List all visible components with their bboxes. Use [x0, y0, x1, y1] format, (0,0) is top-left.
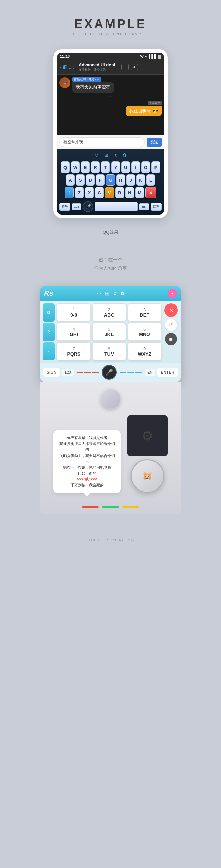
phone-keyboard: ☺ ⊞ ♬ ✿ Q W E R T Y U I O P [57, 149, 164, 215]
machine-bottom-lines [82, 506, 139, 508]
key-h[interactable]: H [116, 174, 125, 186]
kb-line-4 [119, 372, 126, 373]
key-x[interactable]: X [85, 187, 94, 198]
chat-input-area: 有空常来玩 发送 [57, 135, 164, 149]
numpad-key-6[interactable]: 6 MNO [127, 323, 161, 341]
key-r[interactable]: R [91, 161, 100, 173]
key-mic[interactable]: 🎤 [83, 201, 94, 212]
big-kb-delete-button[interactable]: ✕ [164, 304, 178, 317]
key-k[interactable]: K [136, 174, 145, 186]
key-n[interactable]: N [125, 187, 134, 198]
key-delete[interactable]: ✕ [145, 187, 156, 198]
key-b[interactable]: B [115, 187, 124, 198]
chat-messages: 🐻 管理员 深圳-马尾-1.0c 我宿舍以前更漂亮 11:11 齐洛诺夫 我住搜… [57, 75, 164, 135]
big-kb-mic-button[interactable]: 🎤 [102, 365, 116, 380]
big-kb-en-button[interactable]: EN [145, 369, 155, 376]
key-y[interactable]: Y [111, 161, 120, 173]
chat-person-icon[interactable]: ♟ [131, 64, 138, 70]
key-m[interactable]: M [135, 187, 144, 198]
key-123[interactable]: 123 [72, 203, 81, 210]
message-text: 我住搜狗号 [129, 108, 151, 114]
numpad-key-7[interactable]: 7 PQRS [57, 342, 91, 360]
key-d[interactable]: D [86, 174, 95, 186]
bubble-left-wrap: 管理员 深圳-马尾-1.0c 我宿舍以前更漂亮 [72, 78, 114, 93]
big-kb-left-btn-q[interactable]: ? [43, 323, 55, 341]
phone-mockup: 11:13 WiFi ▌▌▌ ▓ ‹ 群助手 Advanced UI desi.… [53, 50, 168, 218]
back-button[interactable]: ‹ 群助手 [60, 64, 76, 70]
key-f[interactable]: F [96, 174, 105, 186]
speech-line-4: 需按一下按键，就能用电电我 [59, 465, 115, 471]
key-p[interactable]: P [151, 161, 160, 173]
numpad-key-8[interactable]: 8 TUV [93, 342, 126, 360]
wifi-icon: WiFi [140, 54, 148, 58]
big-keyboard-bottom: SIGN 123 🎤 EN ENTER [40, 363, 181, 382]
page-title: EXAMPLE [73, 17, 148, 31]
keyboard-rows: Q W E R T Y U I O P A S D F G H [59, 161, 162, 213]
footer-text: THX FOR READING [86, 538, 135, 542]
numpad-key-5[interactable]: 5 JKL [93, 323, 126, 341]
key-z[interactable]: Z [75, 187, 84, 198]
key-shift[interactable]: ⇧ [65, 187, 74, 198]
big-kb-emoji-icon[interactable]: ☺ [97, 290, 102, 297]
big-keyboard-toolbar: Rs ☺ ⊞ ♬ ✿ ● [40, 286, 181, 301]
key-en[interactable]: EN [139, 203, 149, 210]
big-kb-enter-button[interactable]: ENTER [157, 368, 178, 377]
key-g[interactable]: G [106, 174, 115, 186]
message-emoji: 😎 [152, 108, 158, 114]
numpad-key-9[interactable]: 9 WXYZ [127, 342, 161, 360]
kb-emoji-icon[interactable]: ☺ [95, 152, 99, 158]
numpad-key-4[interactable]: 4 GHI [57, 323, 91, 341]
key-c[interactable]: C [95, 187, 104, 198]
machine-knob [101, 389, 120, 409]
big-kb-sound-icon[interactable]: ♬ [113, 290, 117, 297]
message-item-right: 齐洛诺夫 我住搜狗号 😎 [60, 101, 161, 116]
key-l[interactable]: L [146, 174, 155, 186]
numpad-key-1[interactable]: 1 0-0 [57, 304, 91, 321]
machine-line-red [82, 506, 99, 508]
key-o[interactable]: O [141, 161, 150, 173]
key-i[interactable]: I [131, 161, 140, 173]
big-kb-pink-button[interactable]: ● [168, 289, 177, 298]
key-q[interactable]: Q [61, 161, 70, 173]
kb-grid-icon[interactable]: ⊞ [105, 152, 109, 158]
key-sign[interactable]: 符号 [60, 203, 70, 211]
speech-bubble: 你没有看错！我就是作者 我被搜狗汪星人抓来跑滚轮给他们的 飞船提供动力，我要是不… [53, 430, 120, 493]
message-timestamp: 11:11 [60, 95, 161, 99]
big-keyboard-container: Rs ☺ ⊞ ♬ ✿ ● O ? - 1 0-0 2 ABC 3 [40, 286, 181, 382]
big-kb-sign-button[interactable]: SIGN [43, 368, 60, 377]
kb-music-icon[interactable]: ♬ [114, 152, 117, 158]
key-u[interactable]: U [121, 161, 130, 173]
speech-line-1: 你没有看错！我就是作者 [59, 435, 115, 441]
big-kb-left-btn-dash[interactable]: - [43, 342, 55, 361]
kb-line-1 [77, 372, 83, 373]
big-kb-123-button[interactable]: 123 [62, 369, 73, 376]
chat-input-field[interactable]: 有空常来玩 [60, 137, 145, 147]
key-space[interactable] [95, 202, 138, 211]
send-button[interactable]: 发送 [147, 137, 161, 147]
kb-settings-icon[interactable]: ✿ [122, 152, 126, 158]
big-kb-left-btn-o[interactable]: O [43, 304, 55, 322]
big-kb-left-buttons: O ? - [43, 304, 55, 360]
big-kb-grid-icon[interactable]: ⊞ [105, 290, 110, 297]
middle-text-line1: 然而在一个 [94, 256, 127, 264]
key-a[interactable]: A [66, 174, 75, 186]
keyboard-row-2: A S D F G H J K L [59, 174, 162, 186]
phone-screen: 11:13 WiFi ▌▌▌ ▓ ‹ 群助手 Advanced UI desi.… [57, 53, 164, 215]
key-j[interactable]: J [126, 174, 135, 186]
key-s[interactable]: S [76, 174, 85, 186]
big-kb-dark-icon[interactable]: ▣ [165, 333, 177, 345]
machine-section: 你没有看错！我就是作者 我被搜狗汪星人抓来跑滚轮给他们的 飞船提供动力，我要是不… [40, 382, 181, 515]
keyboard-toolbar: ☺ ⊞ ♬ ✿ [59, 151, 162, 160]
numpad-key-3[interactable]: 3 DEF [127, 304, 161, 321]
key-return[interactable]: 回车 [151, 203, 161, 211]
chat-grid-icon[interactable]: ⊞ [121, 64, 128, 70]
middle-text-line2: 不为人知的角落 [94, 264, 127, 273]
big-kb-settings-icon[interactable]: ✿ [120, 290, 124, 297]
key-w[interactable]: W [71, 161, 80, 173]
key-e[interactable]: E [81, 161, 90, 173]
status-bar: 11:13 WiFi ▌▌▌ ▓ [57, 53, 164, 60]
key-v[interactable]: V [105, 187, 114, 198]
big-kb-refresh-icon[interactable]: ↺ [165, 319, 177, 331]
key-t[interactable]: T [101, 161, 110, 173]
numpad-key-2[interactable]: 2 ABC [93, 304, 126, 321]
